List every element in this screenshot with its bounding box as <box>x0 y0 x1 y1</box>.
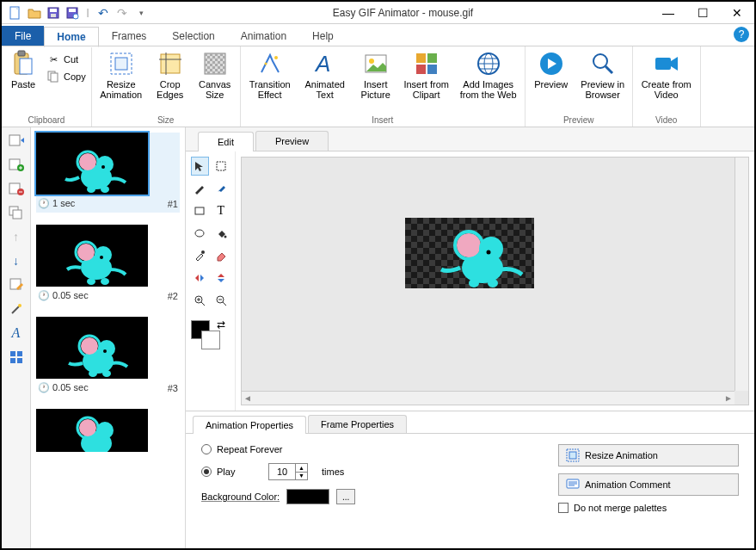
flip-v-tool[interactable] <box>212 269 230 287</box>
no-merge-palettes-option[interactable]: Do not merge palettes <box>558 503 739 513</box>
svg-rect-14 <box>161 54 180 73</box>
pencil-tool[interactable] <box>191 179 209 198</box>
tab-animation[interactable]: Animation <box>228 26 299 46</box>
paste-button[interactable]: Paste <box>5 48 41 91</box>
svg-point-61 <box>81 337 98 355</box>
svg-rect-5 <box>69 9 76 12</box>
film-arrow-icon[interactable] <box>6 131 27 150</box>
frame-index: #1 <box>168 199 178 209</box>
play-times-input[interactable]: ▲▼ <box>268 463 308 480</box>
move-up-icon[interactable]: ↑ <box>6 227 27 246</box>
bgcolor-more-button[interactable]: ... <box>336 489 355 504</box>
help-icon[interactable]: ? <box>734 27 749 42</box>
crop-edges-button[interactable]: Crop Edges <box>151 48 190 102</box>
tab-selection[interactable]: Selection <box>159 26 227 46</box>
svg-point-70 <box>96 422 114 439</box>
svg-rect-8 <box>18 51 25 56</box>
insert-picture-button[interactable]: Insert Picture <box>354 48 397 102</box>
svg-point-65 <box>89 370 97 377</box>
zoom-out-tool[interactable] <box>212 291 230 310</box>
eraser-tool[interactable] <box>212 246 230 265</box>
color-swatches[interactable]: ⇄ <box>191 320 225 355</box>
grid-side-icon[interactable] <box>6 348 27 367</box>
preview-button[interactable]: Preview <box>529 48 574 91</box>
move-down-icon[interactable]: ↓ <box>6 251 27 270</box>
redo-icon[interactable]: ↷ <box>114 4 131 22</box>
close-button[interactable]: ✕ <box>720 3 754 23</box>
swap-colors-icon[interactable]: ⇄ <box>217 318 225 331</box>
animated-text-button[interactable]: AAnimated Text <box>299 48 351 102</box>
preview-in-browser-button[interactable]: Preview in Browser <box>577 48 629 102</box>
times-label: times <box>322 467 344 477</box>
tab-animation-properties[interactable]: Animation Properties <box>193 416 306 434</box>
resize-animation-button[interactable]: Resize Animation <box>95 48 147 102</box>
transition-effect-button[interactable]: Transition Effect <box>244 48 296 102</box>
frame-item[interactable]: 🕐 1 sec #1 <box>36 133 180 213</box>
scissors-icon: ✂ <box>46 53 60 66</box>
tab-home[interactable]: Home <box>44 27 98 47</box>
bgcolor-swatch[interactable] <box>286 489 329 504</box>
vertical-scrollbar[interactable] <box>734 158 748 391</box>
pointer-tool[interactable] <box>191 157 209 176</box>
drawing-toolbox: T ⇄ <box>186 151 236 411</box>
horizontal-scrollbar[interactable]: ◄► <box>242 391 734 405</box>
spin-up-icon[interactable]: ▲ <box>296 464 307 473</box>
resize-icon <box>566 448 580 462</box>
canvas-size-button[interactable]: Canvas Size <box>194 48 237 102</box>
svg-point-73 <box>195 230 204 237</box>
edit-frame-icon[interactable] <box>6 275 27 294</box>
ellipse-tool[interactable] <box>191 224 209 243</box>
text-tool[interactable]: T <box>212 201 230 220</box>
flip-h-tool[interactable] <box>191 269 209 287</box>
create-from-video-button[interactable]: Create from Video <box>636 48 697 102</box>
maximize-button[interactable]: ☐ <box>685 3 720 23</box>
duplicate-frame-icon[interactable] <box>6 203 27 222</box>
tab-file[interactable]: File <box>2 26 44 46</box>
copy-button[interactable]: Copy <box>45 69 88 84</box>
fill-tool[interactable] <box>212 224 230 243</box>
title-bar: | ↶ ↷ ▾ Easy GIF Animator - mouse.gif — … <box>2 2 754 24</box>
tab-preview[interactable]: Preview <box>255 131 329 151</box>
svg-point-49 <box>96 156 114 173</box>
resize-animation-action[interactable]: Resize Animation <box>558 444 739 467</box>
insert-from-clipart-button[interactable]: Insert from Clipart <box>401 48 452 102</box>
add-frame-icon[interactable] <box>6 155 27 174</box>
frame-item[interactable] <box>36 409 180 452</box>
play-option-label[interactable]: Play <box>217 467 263 477</box>
tab-frames[interactable]: Frames <box>99 26 160 46</box>
rectangle-tool[interactable] <box>191 201 209 220</box>
play-times-value[interactable] <box>269 464 295 479</box>
tab-edit[interactable]: Edit <box>198 132 254 151</box>
marquee-tool[interactable] <box>212 157 230 176</box>
remove-frame-icon[interactable] <box>6 179 27 198</box>
canvas[interactable] <box>405 218 534 288</box>
minimize-button[interactable]: — <box>651 3 685 23</box>
text-side-icon[interactable]: A <box>6 324 27 343</box>
background-color[interactable] <box>201 331 220 349</box>
frame-item[interactable]: 🕐 0.05 sec #2 <box>36 225 180 305</box>
repeat-forever-option[interactable]: Repeat Forever <box>201 444 558 454</box>
spin-down-icon[interactable]: ▼ <box>296 473 307 480</box>
add-from-web-button[interactable]: Add Images from the Web <box>456 48 521 102</box>
tab-frame-properties[interactable]: Frame Properties <box>308 415 407 433</box>
tab-help[interactable]: Help <box>299 26 347 46</box>
frames-panel[interactable]: 🕐 1 sec #1 <box>31 127 186 548</box>
new-icon[interactable] <box>7 4 24 22</box>
wand-side-icon[interactable] <box>6 300 27 318</box>
qat-dropdown-icon[interactable]: ▾ <box>132 4 150 22</box>
clock-icon: 🕐 <box>38 382 50 392</box>
cut-button[interactable]: ✂Cut <box>45 52 88 67</box>
save-icon[interactable] <box>45 4 62 22</box>
ribbon-group-video: Create from Video Video <box>633 46 701 127</box>
brush-tool[interactable] <box>212 179 230 198</box>
bgcolor-label: Background Color: <box>201 491 280 502</box>
undo-icon[interactable]: ↶ <box>95 4 112 22</box>
radio-icon[interactable] <box>201 467 212 477</box>
frame-item[interactable]: 🕐 0.05 sec #3 <box>36 317 180 397</box>
save-as-icon[interactable] <box>64 4 81 22</box>
eyedropper-tool[interactable] <box>191 246 209 265</box>
animation-comment-action[interactable]: Animation Comment <box>558 473 739 496</box>
zoom-in-tool[interactable] <box>191 291 209 310</box>
canvas-viewport[interactable]: ◄► <box>241 157 749 405</box>
open-icon[interactable] <box>26 4 43 22</box>
